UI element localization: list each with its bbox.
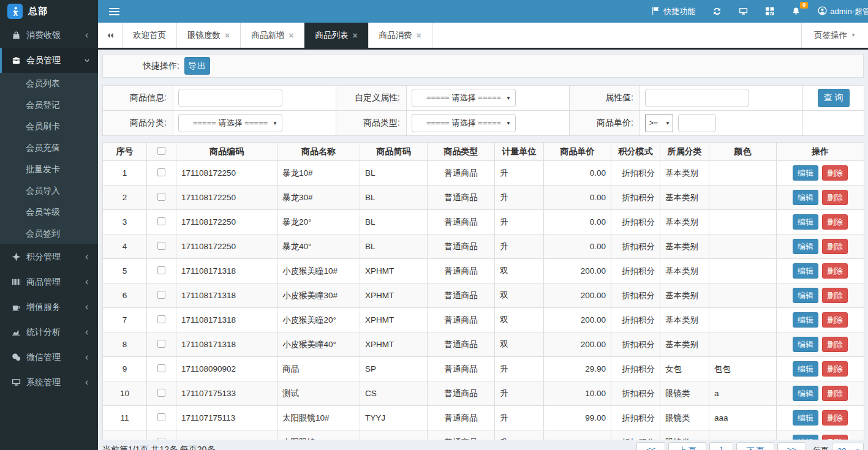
table-cell: 双 (495, 259, 544, 283)
tab-goods-add[interactable]: 商品新增× (241, 23, 304, 48)
delete-button[interactable]: 删除 (822, 312, 848, 328)
row-checkbox[interactable] (157, 242, 165, 250)
tab-bar: 欢迎首页眼镜度数×商品新增×商品列表×商品消费× 页签操作 ▼ (98, 23, 868, 50)
chevron-down-icon: ▼ (273, 121, 277, 126)
close-icon[interactable]: × (289, 31, 293, 40)
delete-button[interactable]: 删除 (822, 386, 848, 401)
row-checkbox[interactable] (157, 315, 165, 323)
row-checkbox[interactable] (157, 266, 165, 274)
chevron-left-icon (84, 254, 90, 260)
select-all-checkbox[interactable] (157, 147, 165, 155)
edit-button[interactable]: 编辑 (793, 263, 818, 279)
table-cell: 基本类别 (660, 283, 709, 308)
close-icon[interactable]: × (225, 31, 230, 40)
row-checkbox[interactable] (157, 168, 165, 176)
hamburger-icon[interactable] (105, 0, 130, 23)
tab-welcome[interactable]: 欢迎首页 (123, 23, 177, 48)
edit-button[interactable]: 编辑 (793, 190, 818, 205)
table-cell: 171108172250 (176, 210, 277, 234)
column-header: 商品名称 (277, 143, 360, 161)
last-page-button[interactable]: >> (777, 442, 806, 450)
delete-button[interactable]: 删除 (822, 337, 848, 352)
row-checkbox[interactable] (157, 413, 165, 421)
delete-button[interactable]: 删除 (822, 361, 848, 377)
table-cell: 基本类别 (660, 186, 709, 210)
sidebar-subitem-member-level[interactable]: 会员等级 (0, 201, 98, 223)
row-checkbox[interactable] (157, 340, 165, 348)
row-checkbox[interactable] (157, 291, 165, 299)
delete-button[interactable]: 删除 (822, 214, 848, 230)
chevron-down-icon: ▼ (506, 121, 511, 126)
tab-glasses-degree[interactable]: 眼镜度数× (177, 23, 241, 48)
delete-button[interactable]: 删除 (822, 165, 848, 181)
sidebar-subitem-member-swipe-card[interactable]: 会员刷卡 (0, 116, 98, 137)
edit-button[interactable]: 编辑 (793, 337, 818, 352)
edit-button[interactable]: 编辑 (793, 288, 818, 303)
table-cell: aaa (709, 406, 777, 430)
current-page[interactable]: 1 (709, 442, 733, 450)
row-checkbox[interactable] (157, 389, 165, 397)
sidebar-subitem-member-recharge[interactable]: 会员充值 (0, 137, 98, 159)
bell-icon[interactable]: 0 (783, 0, 809, 23)
edit-button[interactable]: 编辑 (793, 239, 818, 254)
prev-page-button[interactable]: 上 页 (668, 442, 706, 450)
tab-operations-dropdown[interactable]: 页签操作 ▼ (801, 23, 868, 48)
sidebar-item-label: 积分管理 (26, 252, 84, 263)
goods-type-select[interactable]: ===== 请选择 ===== ▼ (412, 114, 516, 132)
close-icon[interactable]: × (417, 31, 421, 40)
tab-goods-list[interactable]: 商品列表× (304, 23, 368, 48)
sidebar-subitem-member-register[interactable]: 会员登记 (0, 94, 98, 116)
delete-button[interactable]: 删除 (822, 190, 848, 205)
export-button[interactable]: 导出 (184, 57, 210, 75)
delete-button[interactable]: 删除 (822, 288, 848, 303)
price-value-input[interactable] (678, 114, 716, 132)
sidebar-item-points-management[interactable]: 积分管理 (0, 244, 98, 269)
attribute-value-input[interactable] (645, 89, 749, 107)
table-cell (709, 234, 777, 259)
sidebar-subitem-batch-card-issue[interactable]: 批量发卡 (0, 159, 98, 180)
sidebar-item-member-management[interactable]: 会员管理 (0, 48, 98, 73)
goods-category-select[interactable]: ===== 请选择 ===== ▼ (178, 114, 282, 132)
sidebar-item-system-management[interactable]: 系统管理 (0, 370, 98, 395)
user-menu[interactable]: admin-超管 (809, 0, 868, 23)
delete-button[interactable]: 删除 (822, 410, 848, 426)
row-checkbox[interactable] (157, 193, 165, 201)
goods-info-input[interactable] (178, 89, 282, 107)
quick-operations-panel: 快捷操作: 导出 (102, 54, 864, 78)
quick-function-button[interactable]: 快捷功能 (643, 0, 704, 23)
app-logo[interactable]: 总部 (0, 0, 98, 23)
close-icon[interactable]: × (352, 31, 357, 40)
first-page-button[interactable]: << (636, 442, 665, 450)
edit-button[interactable]: 编辑 (793, 410, 818, 426)
sidebar-subitem-member-list[interactable]: 会员列表 (0, 73, 98, 94)
row-checkbox[interactable] (157, 217, 165, 225)
chevron-down-icon: ▼ (506, 96, 511, 101)
delete-button[interactable]: 删除 (822, 263, 848, 279)
monitor-icon[interactable] (730, 0, 757, 23)
tab-goods-consume[interactable]: 商品消费× (369, 23, 432, 48)
sidebar-item-wechat-management[interactable]: 微信管理 (0, 345, 98, 370)
edit-button[interactable]: 编辑 (793, 386, 818, 401)
next-page-button[interactable]: 下 页 (736, 442, 774, 450)
edit-button[interactable]: 编辑 (793, 361, 818, 377)
row-checkbox[interactable] (157, 364, 165, 372)
sidebar-item-goods-management[interactable]: 商品管理 (0, 269, 98, 294)
edit-button[interactable]: 编辑 (793, 312, 818, 328)
sidebar-subitem-member-import[interactable]: 会员导入 (0, 180, 98, 201)
goods-info-label: 商品信息: (103, 86, 173, 111)
price-operator-select[interactable]: >= ▼ (645, 114, 673, 132)
sidebar-subitem-member-checkin[interactable]: 会员签到 (0, 223, 98, 244)
delete-button[interactable]: 删除 (822, 239, 848, 254)
edit-button[interactable]: 编辑 (793, 214, 818, 230)
qrcode-icon[interactable] (757, 0, 783, 23)
edit-button[interactable]: 编辑 (793, 165, 818, 181)
refresh-icon[interactable] (704, 0, 730, 23)
page-size-select[interactable]: 20 ▼ (832, 443, 864, 450)
custom-attribute-select[interactable]: ===== 请选择 ===== ▼ (412, 89, 516, 107)
table-row: 7171108171318小皮猴美瞳20°XPHMT普通商品双200.00折扣积… (103, 308, 864, 332)
sidebar-item-value-added-service[interactable]: 增值服务 (0, 294, 98, 320)
sidebar-item-consume-cashier[interactable]: 消费收银 (0, 23, 98, 48)
sidebar-item-statistics-analysis[interactable]: 统计分析 (0, 320, 98, 345)
search-button[interactable]: 查 询 (818, 89, 850, 107)
tab-collapse-button[interactable] (98, 23, 123, 48)
